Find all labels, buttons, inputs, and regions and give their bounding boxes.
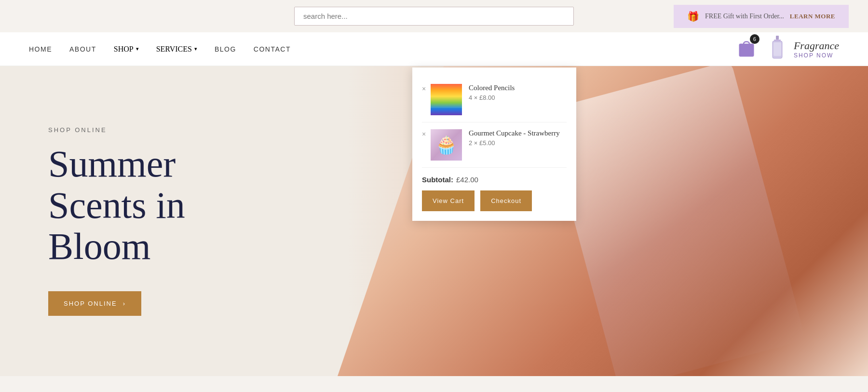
- cart-item: × Colored Pencils 4 × £8.00: [422, 77, 567, 122]
- subtotal-amount: £42.00: [456, 176, 478, 184]
- cart-item-name: Gourmet Cupcake - Strawberry: [469, 129, 567, 137]
- nav-links: HOME ABOUT SHOP SERVICES BLOG CONTACT: [29, 45, 839, 54]
- hero-title: Summer Scents in Bloom: [48, 143, 265, 267]
- fragrance-shop-now[interactable]: SHOP NOW: [794, 52, 839, 59]
- hero-cta-label: SHOP ONLINE: [64, 300, 117, 307]
- remove-item-2-button[interactable]: ×: [422, 130, 426, 138]
- hero-subtitle: SHOP ONLINE: [48, 126, 265, 134]
- nav-services[interactable]: SERVICES: [156, 45, 197, 54]
- nav-right: 6 Fragrance SHOP NOW: [737, 36, 839, 62]
- cart-item-details: Colored Pencils 4 × £8.00: [469, 84, 567, 101]
- hero-cta-button[interactable]: SHOP ONLINE ›: [48, 291, 141, 316]
- fragrance-title: Fragrance: [794, 40, 839, 52]
- nav-home[interactable]: HOME: [29, 45, 52, 53]
- learn-more-link[interactable]: LEARN MORE: [790, 13, 835, 20]
- nav-contact[interactable]: CONTACT: [254, 45, 291, 53]
- cupcake-image: [431, 129, 462, 161]
- cart-item: × Gourmet Cupcake - Strawberry 2 × £5.00: [422, 122, 567, 168]
- search-input[interactable]: [294, 7, 574, 26]
- cart-subtotal: Subtotal: £42.00: [422, 168, 567, 190]
- top-bar: 🎁 FREE Gift with First Order... LEARN MO…: [0, 0, 868, 32]
- promo-banner[interactable]: 🎁 FREE Gift with First Order... LEARN MO…: [674, 5, 849, 28]
- cart-dropdown: × Colored Pencils 4 × £8.00 × Gourmet Cu…: [412, 68, 576, 221]
- hero-content: SHOP ONLINE Summer Scents in Bloom SHOP …: [0, 97, 313, 345]
- fragrance-text: Fragrance SHOP NOW: [794, 40, 839, 59]
- view-cart-button[interactable]: View Cart: [422, 190, 475, 211]
- cart-icon-button[interactable]: 6: [737, 38, 756, 60]
- nav-shop[interactable]: SHOP: [114, 45, 139, 54]
- cart-item-qty: 2 × £5.00: [469, 139, 567, 147]
- subtotal-label: Subtotal:: [422, 176, 453, 184]
- cart-item-name: Colored Pencils: [469, 84, 567, 92]
- cart-item-details: Gourmet Cupcake - Strawberry 2 × £5.00: [469, 129, 567, 147]
- cart-count-badge: 6: [750, 34, 760, 44]
- fragrance-promo: Fragrance SHOP NOW: [770, 36, 839, 62]
- cart-item-qty: 4 × £8.00: [469, 94, 567, 101]
- cart-actions: View Cart Checkout: [422, 190, 567, 211]
- svg-rect-1: [776, 36, 779, 40]
- svg-rect-4: [773, 42, 781, 56]
- fragrance-bottle-icon: [770, 36, 787, 62]
- colored-pencils-image: [431, 84, 462, 115]
- checkout-button[interactable]: Checkout: [480, 190, 532, 211]
- nav-about[interactable]: ABOUT: [69, 45, 96, 53]
- remove-item-1-button[interactable]: ×: [422, 85, 426, 93]
- gift-icon: 🎁: [687, 11, 699, 22]
- nav-blog[interactable]: BLOG: [215, 45, 236, 53]
- hero-cta-arrow: ›: [123, 300, 126, 307]
- promo-text: FREE Gift with First Order...: [705, 13, 784, 20]
- svg-rect-0: [739, 44, 754, 56]
- nav-bar: HOME ABOUT SHOP SERVICES BLOG CONTACT 6: [0, 32, 868, 66]
